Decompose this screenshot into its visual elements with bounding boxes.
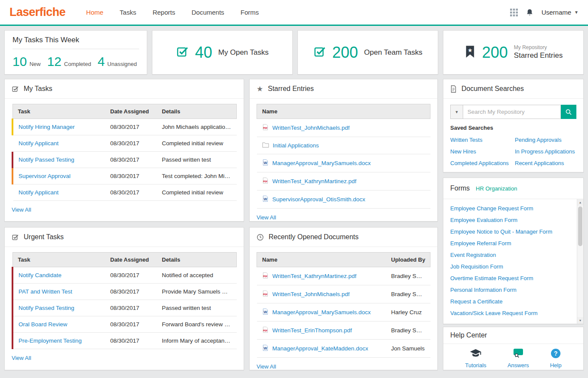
column-header-details: Details — [157, 253, 237, 267]
document-link[interactable]: WrittenTest_KathrynMartinez.pdf — [272, 178, 357, 184]
form-link[interactable]: Employee Referral Form — [450, 237, 576, 249]
uploaded-by: Bradley Smith — [386, 285, 430, 303]
panel-title: Forms — [450, 184, 470, 192]
help-item-help[interactable]: ? Help — [550, 348, 562, 369]
form-link[interactable]: Employee Change Request Form — [450, 203, 576, 214]
task-link[interactable]: Notify Applicant — [19, 140, 59, 147]
view-all-link[interactable]: View All — [12, 206, 31, 213]
starred-label: Starred Entries — [514, 51, 563, 60]
saved-searches: Saved Searches Written Tests New Hires C… — [443, 125, 583, 172]
saved-search-link[interactable]: In Progress Applications — [515, 146, 575, 157]
view-all-link[interactable]: View All — [12, 355, 31, 361]
notifications-bell-icon[interactable] — [526, 8, 534, 17]
table-row: Supervisor Approval 08/30/2017 Test comp… — [12, 168, 237, 184]
view-all-link[interactable]: View All — [257, 363, 276, 370]
saved-searches-left-column: Written Tests New Hires Completed Applic… — [450, 134, 515, 169]
saved-search-link[interactable]: New Hires — [450, 146, 515, 157]
task-details: Test completed: John Mich... — [157, 168, 237, 184]
svg-text:?: ? — [554, 350, 558, 357]
task-details: Forward Board's review to... — [157, 316, 237, 333]
date-assigned: 08/30/2017 — [105, 284, 157, 300]
task-link[interactable]: Notify Passed Testing — [19, 305, 74, 311]
scrollbar-thumb[interactable] — [578, 206, 582, 246]
task-link[interactable]: Oral Board Review — [19, 321, 67, 328]
starred-entries-card[interactable]: ★ 200 My Repository Starred Entries — [443, 30, 584, 75]
saved-search-link[interactable]: Pending Approvals — [515, 134, 575, 146]
table-row: WManagerApproval_MarySamuels.docx Harley… — [257, 303, 430, 322]
team-tasks-label: Open Team Tasks — [364, 48, 422, 57]
form-link[interactable]: Personal Information Form — [450, 284, 576, 296]
form-link[interactable]: Employee Notice to Quit - Manager Form — [450, 226, 576, 237]
hr-organization-link[interactable]: HR Organization — [476, 185, 517, 192]
form-link[interactable]: Overtime Estimate Request Form — [450, 272, 576, 284]
table-row: Notify Hiring Manager 08/30/2017 John Mi… — [12, 119, 237, 135]
user-menu[interactable]: Username ▼ — [542, 9, 579, 16]
document-link[interactable]: ManagerApproval_MarySamuels.docx — [272, 160, 371, 166]
task-link[interactable]: Pre-Employment Testing — [19, 337, 82, 344]
folder-link[interactable]: Initial Applications — [273, 142, 319, 149]
completed-label: Completed — [64, 61, 91, 67]
nav-reports[interactable]: Reports — [152, 9, 175, 16]
table-row: Notify Applicant 08/30/2017 Completed in… — [12, 135, 237, 152]
form-link[interactable]: Vacation/Sick Leave Request Form — [450, 307, 576, 319]
nav-forms[interactable]: Forms — [241, 9, 259, 16]
document-icon — [450, 85, 457, 93]
middle-column: ★ Starred Entries Name PDF WrittenTest_J… — [249, 79, 438, 370]
tutorials-link[interactable]: Tutorials — [465, 362, 486, 369]
task-link[interactable]: Notify Hiring Manager — [19, 124, 75, 130]
answers-link[interactable]: Answers — [508, 362, 529, 369]
task-link[interactable]: PAT and Written Test — [19, 288, 72, 295]
open-team-tasks-card[interactable]: 200 Open Team Tasks — [297, 30, 438, 75]
task-link[interactable]: Supervisor Approval — [19, 173, 71, 179]
saved-search-link[interactable]: Written Tests — [450, 134, 515, 146]
uploaded-by: Bradley Smith — [386, 322, 430, 340]
help-link[interactable]: Help — [550, 362, 562, 369]
table-row: Notify Candidate 08/30/2017 Notified of … — [12, 267, 237, 284]
help-item-tutorials[interactable]: Tutorials — [465, 348, 486, 369]
main-nav: Home Tasks Reports Documents Forms — [86, 9, 259, 16]
task-link[interactable]: Notify Passed Testing — [19, 156, 74, 163]
task-link[interactable]: Notify Applicant — [19, 189, 59, 196]
chat-bubble-search-icon — [513, 348, 524, 360]
task-details: Passed written test — [157, 300, 237, 316]
my-tasks-panel: My Tasks Task Date Assigned Details Noti… — [4, 79, 244, 222]
task-link[interactable]: Notify Candidate — [19, 272, 62, 278]
search-options-dropdown[interactable]: ▼ — [450, 105, 463, 119]
form-link[interactable]: Event Registration — [450, 249, 576, 261]
date-assigned: 08/30/2017 — [105, 316, 157, 333]
document-link[interactable]: ManagerApproval_KateMadden.docx — [272, 345, 368, 352]
scrollbar-down-icon[interactable]: ▼ — [577, 317, 583, 324]
document-link[interactable]: ManagerApproval_MarySamuels.docx — [272, 309, 371, 316]
view-all-link[interactable]: View All — [257, 214, 276, 221]
table-row: PDF WrittenTest_JohnMichaels.pdf — [257, 119, 430, 137]
checkbox-task-icon — [12, 234, 19, 241]
document-link[interactable]: WrittenTest_JohnMichaels.pdf — [272, 291, 350, 297]
search-input[interactable] — [463, 105, 561, 119]
saved-search-link[interactable]: Recent Applications — [515, 157, 575, 169]
app-grid-icon[interactable] — [510, 9, 518, 16]
nav-documents[interactable]: Documents — [192, 9, 224, 16]
word-file-icon: W — [262, 159, 269, 167]
svg-text:W: W — [263, 346, 267, 350]
panel-title: Recently Opened Documents — [269, 233, 359, 241]
pdf-file-icon: PDF — [262, 124, 269, 132]
saved-search-link[interactable]: Completed Applications — [450, 157, 515, 169]
task-cell: Notify Candidate — [12, 267, 105, 284]
document-link[interactable]: WrittenTest_ErinThompson.pdf — [272, 327, 352, 334]
form-link[interactable]: Request a Certificate — [450, 296, 576, 307]
task-details: Notified of accepted — [157, 267, 237, 284]
scrollbar-up-icon[interactable]: ▲ — [577, 199, 583, 206]
my-open-tasks-card[interactable]: 40 My Open Tasks — [152, 30, 293, 75]
search-button[interactable] — [561, 105, 576, 119]
document-link[interactable]: WrittenTest_JohnMichaels.pdf — [272, 125, 350, 131]
word-file-icon: W — [262, 195, 269, 203]
nav-home[interactable]: Home — [86, 9, 103, 16]
nav-tasks[interactable]: Tasks — [120, 9, 136, 16]
document-link[interactable]: SupervisorApproval_OtisSmith.docx — [272, 196, 365, 203]
unassigned-count: 4 — [98, 54, 105, 69]
document-link[interactable]: WrittenTest_KathrynMartinez.pdf — [272, 273, 357, 279]
help-item-answers[interactable]: Answers — [508, 348, 529, 369]
form-link[interactable]: Employee Evaluation Form — [450, 214, 576, 226]
form-link[interactable]: Job Requisition Form — [450, 261, 576, 272]
laserfiche-logo[interactable]: Laserfiche — [9, 6, 65, 19]
